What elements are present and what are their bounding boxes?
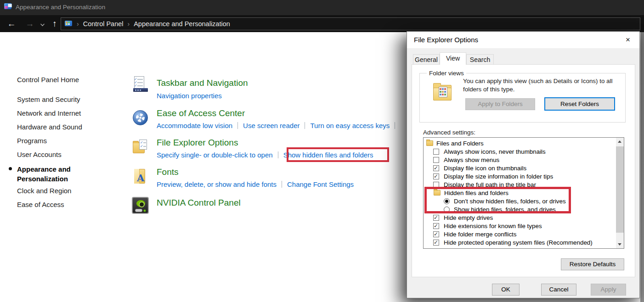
highlight-box-hidden-files-section <box>424 187 571 213</box>
scroll-down-icon[interactable] <box>616 240 624 248</box>
apply-to-folders-button[interactable]: Apply to Folders <box>465 98 535 110</box>
link-divider <box>237 122 238 129</box>
checkbox-checked[interactable]: ✓ <box>433 173 439 179</box>
ok-button[interactable]: OK <box>492 284 520 296</box>
checkbox-checked[interactable]: ✓ <box>433 165 439 171</box>
control-panel-window: Appearance and Personalization ← → ↑ › C… <box>0 0 644 302</box>
file-explorer-options-icon: ✓ ✓ <box>133 140 148 155</box>
dialog-title: File Explorer Options <box>414 36 478 44</box>
folder-views-label: Folder views <box>427 70 466 77</box>
chevron-down-icon[interactable] <box>40 22 45 26</box>
sidebar-item-hardware-and-sound[interactable]: Hardware and Sound <box>17 123 82 131</box>
sidebar-item-appearance-and-personalization[interactable]: Appearance and Personalization <box>17 164 86 184</box>
checkbox-checked[interactable]: ✓ <box>433 215 439 221</box>
navigation-bar: ← → ↑ › Control Panel › Appearance and P… <box>0 15 644 32</box>
link-file-explorer-options[interactable]: File Explorer Options <box>157 138 238 148</box>
tab-view[interactable]: View <box>440 52 466 65</box>
sidebar-item-network-and-internet[interactable]: Network and Internet <box>17 109 81 117</box>
link-change-font-settings[interactable]: Change Font Settings <box>287 180 354 188</box>
breadcrumb-current[interactable]: Appearance and Personalization <box>134 20 230 28</box>
sidebar-item-ease-of-access[interactable]: Ease of Access <box>17 201 64 208</box>
tab-search[interactable]: Search <box>466 54 494 65</box>
list-item-hide-folder-merge-conflicts[interactable]: ✓ Hide folder merge conflicts <box>424 230 616 239</box>
link-use-screen-reader[interactable]: Use screen reader <box>243 122 299 129</box>
breadcrumb-separator: › <box>77 20 79 28</box>
app-icon <box>4 3 12 11</box>
checkbox-unchecked[interactable] <box>433 149 439 155</box>
folder-views-description: You can apply this view (such as Details… <box>463 77 625 93</box>
fonts-icon: A <box>133 169 148 185</box>
link-navigation-properties[interactable]: Navigation properties <box>157 92 222 100</box>
list-item-hide-protected-os-files[interactable]: ✓ Hide protected operating system files … <box>424 239 616 247</box>
apply-button[interactable]: Apply <box>591 284 626 296</box>
sidebar-item-clock-and-region[interactable]: Clock and Region <box>17 187 71 195</box>
dialog-titlebar: File Explorer Options × <box>407 32 639 48</box>
sidebar-item-user-accounts[interactable]: User Accounts <box>17 151 62 158</box>
restore-defaults-button[interactable]: Restore Defaults <box>561 258 624 270</box>
window-titlebar: Appearance and Personalization <box>0 0 644 15</box>
link-ease-of-access-center[interactable]: Ease of Access Center <box>157 108 245 118</box>
back-icon[interactable]: ← <box>4 15 19 32</box>
close-icon[interactable]: × <box>619 34 637 46</box>
folder-icon <box>426 140 433 146</box>
up-icon[interactable]: ↑ <box>47 15 62 32</box>
link-nvidia-control-panel[interactable]: NVIDIA Control Panel <box>157 198 241 208</box>
forward-icon[interactable]: → <box>22 15 38 32</box>
link-divider <box>305 122 305 129</box>
checkbox-checked[interactable]: ✓ <box>433 231 439 237</box>
sidebar-item-system-and-security[interactable]: System and Security <box>17 95 80 103</box>
checkbox-checked[interactable]: ✓ <box>433 240 439 246</box>
checkbox-unchecked[interactable] <box>433 157 439 163</box>
link-fonts[interactable]: Fonts <box>157 167 179 177</box>
checkbox-checked[interactable]: ✓ <box>433 223 439 229</box>
list-item-hide-empty-drives[interactable]: ✓ Hide empty drives <box>424 214 616 222</box>
link-divider <box>282 181 282 188</box>
link-divider <box>278 151 278 158</box>
active-item-bullet <box>9 167 12 170</box>
breadcrumb-control-panel[interactable]: Control Panel <box>83 20 124 28</box>
nvidia-icon <box>132 197 149 214</box>
list-group-files-and-folders[interactable]: Files and Folders <box>424 140 616 148</box>
scroll-up-icon[interactable] <box>616 138 624 145</box>
link-divider <box>395 122 395 129</box>
list-item-always-show-icons[interactable]: Always show icons, never thumbnails <box>424 148 616 156</box>
file-explorer-options-dialog: File Explorer Options × General View Sea… <box>407 31 640 298</box>
list-item-display-file-size[interactable]: ✓ Display file size information in folde… <box>424 173 616 181</box>
list-item-always-show-menus[interactable]: Always show menus <box>424 156 616 164</box>
sidebar-item-programs[interactable]: Programs <box>17 137 47 145</box>
window-scrollbar[interactable] <box>640 32 644 302</box>
scrollbar-thumb[interactable] <box>616 146 624 233</box>
link-taskbar-and-navigation[interactable]: Taskbar and Navigation <box>157 78 248 88</box>
sidebar-item-control-panel-home[interactable]: Control Panel Home <box>17 76 79 84</box>
list-item-display-file-icon[interactable]: ✓ Display file icon on thumbnails <box>424 164 616 173</box>
reset-folders-button[interactable]: Reset Folders <box>544 97 615 111</box>
cancel-button[interactable]: Cancel <box>541 284 576 296</box>
tab-general[interactable]: General <box>413 54 440 65</box>
list-scrollbar[interactable] <box>616 138 624 248</box>
folder-view-icon <box>432 83 453 103</box>
breadcrumb-separator: › <box>128 20 130 28</box>
link-accommodate-low-vision[interactable]: Accommodate low vision <box>157 122 232 129</box>
link-specify-click-to-open[interactable]: Specify single- or double-click to open <box>157 151 273 159</box>
address-bar[interactable]: › Control Panel › Appearance and Persona… <box>61 17 640 30</box>
taskbar-icon: ✓ ✓ ✓ <box>133 76 148 92</box>
link-preview-delete-fonts[interactable]: Preview, delete, or show and hide fonts <box>157 180 277 188</box>
window-title: Appearance and Personalization <box>16 4 105 11</box>
link-turn-on-easy-access-keys[interactable]: Turn on easy access keys <box>310 122 390 129</box>
ease-of-access-icon <box>133 110 148 125</box>
highlight-box-show-hidden-link <box>287 147 389 162</box>
advanced-settings-label: Advanced settings: <box>423 129 475 136</box>
control-panel-icon <box>65 21 73 27</box>
list-item-hide-extensions[interactable]: ✓ Hide extensions for known file types <box>424 222 616 230</box>
